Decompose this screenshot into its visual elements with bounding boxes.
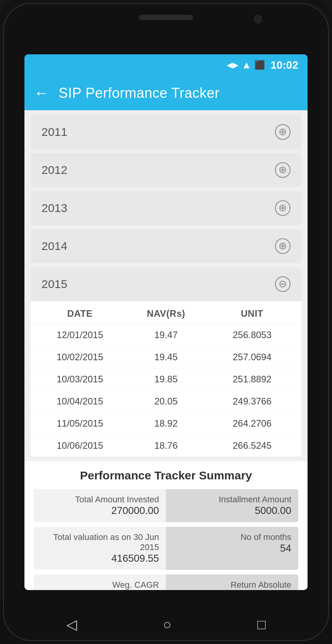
expand-icon-2015: ⊖ (275, 276, 290, 292)
table-header-row: DATE NAV(Rs) UNIT (31, 301, 301, 324)
data-icon: ◀▶ (227, 61, 239, 69)
year-item-2012[interactable]: 2012 ⊕ (31, 153, 301, 187)
year-group-2015: 2015 ⊖ DATE NAV(Rs) UNIT 12/01/2015 19.4… (31, 267, 301, 457)
time-display: 10:02 (270, 59, 298, 71)
year-item-2013[interactable]: 2013 ⊕ (31, 191, 301, 225)
col-header-date: DATE (37, 308, 123, 319)
cell-date: 10/02/2015 (37, 352, 123, 363)
summary-cell-valuation: Total valuation as on 30 Jun 2015 416509… (34, 527, 166, 570)
app-title: SIP Performance Tracker (59, 85, 220, 101)
summary-cell-return: Return Absolute 54.26 (166, 575, 298, 590)
cell-date: 10/06/2015 (37, 440, 123, 451)
status-bar: ◀▶ ▲ ⬛ 10:02 (24, 54, 308, 76)
summary-section: Performance Tracker Summary Total Amount… (24, 461, 308, 590)
value-months: 54 (280, 542, 291, 554)
summary-row-3: Weg. CAGR 19.68 Return Absolute 54.26 (34, 575, 298, 590)
expand-icon-2013: ⊕ (275, 200, 290, 216)
table-row: 10/02/2015 19.45 257.0694 (31, 346, 301, 368)
summary-cell-months: No of months 54 (166, 527, 298, 570)
label-return: Return Absolute (230, 580, 291, 590)
year-label-2012: 2012 (42, 163, 67, 177)
cell-unit: 264.2706 (209, 418, 295, 429)
col-header-nav: NAV(Rs) (123, 308, 209, 319)
label-valuation: Total valuation as on 30 Jun 2015 (41, 532, 159, 552)
main-content: 2011 ⊕ 2012 ⊕ 2013 ⊕ 2014 ⊕ (24, 110, 308, 590)
summary-cell-total-invested: Total Amount Invested 270000.00 (34, 489, 166, 522)
year-list: 2011 ⊕ 2012 ⊕ 2013 ⊕ 2014 ⊕ (24, 110, 308, 461)
nav-back-button[interactable]: ◁ (66, 616, 77, 633)
value-total-invested: 270000.00 (111, 505, 159, 517)
screen: ◀▶ ▲ ⬛ 10:02 ← SIP Performance Tracker 2… (24, 54, 308, 590)
cell-nav: 20.05 (123, 396, 209, 407)
cell-nav: 19.47 (123, 330, 209, 340)
cell-date: 10/03/2015 (37, 374, 123, 385)
nav-home-button[interactable]: ○ (163, 616, 171, 633)
cell-unit: 249.3766 (209, 396, 295, 407)
cell-date: 11/05/2015 (37, 418, 123, 429)
label-months: No of months (240, 532, 291, 542)
battery-icon: ⬛ (254, 60, 265, 70)
cell-unit: 257.0694 (209, 352, 295, 363)
table-row: 10/04/2015 20.05 249.3766 (31, 391, 301, 413)
col-header-unit: UNIT (209, 308, 295, 319)
value-installment: 5000.00 (255, 505, 291, 517)
expand-icon-2011: ⊕ (275, 124, 290, 140)
back-button[interactable]: ← (34, 84, 49, 102)
table-row: 10/06/2015 18.76 266.5245 (31, 435, 301, 457)
nav-recent-button[interactable]: □ (258, 616, 266, 633)
phone-shell: ◀▶ ▲ ⬛ 10:02 ← SIP Performance Tracker 2… (0, 0, 332, 644)
cell-date: 12/01/2015 (37, 330, 123, 340)
cell-nav: 19.85 (123, 374, 209, 385)
expanded-table-2015: DATE NAV(Rs) UNIT 12/01/2015 19.47 256.8… (31, 301, 301, 457)
cell-date: 10/04/2015 (37, 396, 123, 407)
label-cagr: Weg. CAGR (112, 580, 159, 590)
year-item-2014[interactable]: 2014 ⊕ (31, 229, 301, 263)
signal-icon: ▲ (242, 59, 252, 71)
year-item-2015[interactable]: 2015 ⊖ (31, 267, 301, 301)
label-installment: Installment Amount (219, 495, 291, 505)
status-icons: ◀▶ ▲ ⬛ 10:02 (227, 59, 298, 71)
expand-icon-2012: ⊕ (275, 162, 290, 178)
front-camera (254, 15, 262, 23)
year-label-2014: 2014 (42, 240, 67, 253)
year-label-2015: 2015 (42, 278, 67, 291)
value-valuation: 416509.55 (111, 552, 159, 564)
year-label-2011: 2011 (42, 125, 67, 139)
summary-title: Performance Tracker Summary (34, 469, 298, 482)
cell-unit: 251.8892 (209, 374, 295, 385)
cell-unit: 256.8053 (209, 330, 295, 340)
cell-nav: 18.92 (123, 418, 209, 429)
cell-nav: 18.76 (123, 440, 209, 451)
speaker-top (139, 15, 193, 20)
summary-row-2: Total valuation as on 30 Jun 2015 416509… (34, 527, 298, 570)
cell-unit: 266.5245 (209, 440, 295, 451)
table-row: 10/03/2015 19.85 251.8892 (31, 368, 301, 391)
year-item-2011[interactable]: 2011 ⊕ (31, 115, 301, 149)
summary-row-1: Total Amount Invested 270000.00 Installm… (34, 489, 298, 522)
summary-cell-cagr: Weg. CAGR 19.68 (34, 575, 166, 590)
summary-cell-installment: Installment Amount 5000.00 (166, 489, 298, 522)
expand-icon-2014: ⊕ (275, 238, 290, 254)
table-row: 12/01/2015 19.47 256.8053 (31, 324, 301, 346)
cell-nav: 19.45 (123, 352, 209, 363)
table-row: 11/05/2015 18.92 264.2706 (31, 413, 301, 435)
nav-bar: ◁ ○ □ (0, 605, 332, 644)
year-label-2013: 2013 (42, 201, 67, 215)
app-bar: ← SIP Performance Tracker (24, 76, 308, 110)
label-total-invested: Total Amount Invested (75, 495, 159, 505)
